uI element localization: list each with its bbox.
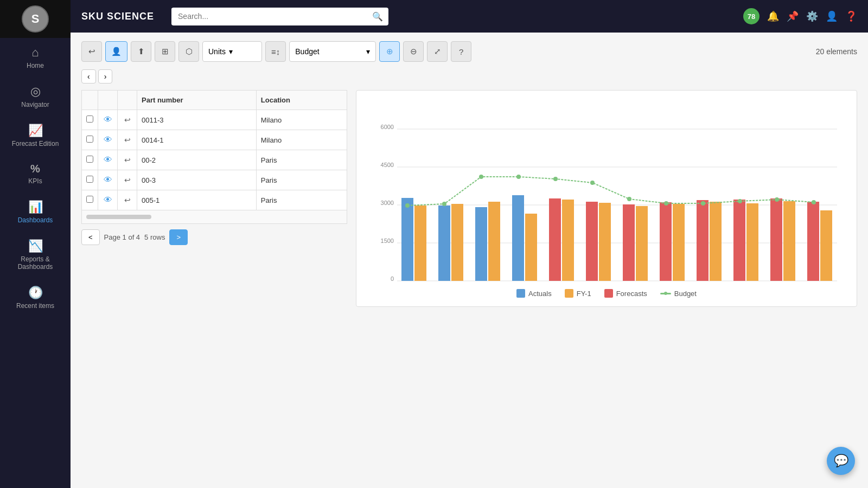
minus-btn[interactable]: ⊖ [403,41,424,62]
svg-rect-24 [660,202,672,281]
kpis-icon: % [30,163,40,175]
svg-text:6000: 6000 [381,124,394,130]
sidebar-item-kpis[interactable]: % KPIs [0,155,71,192]
page-prev-btn[interactable]: < [81,229,100,245]
budget-label: Budget [295,47,319,56]
upload-btn[interactable]: ⬆ [131,41,151,62]
svg-point-45 [812,200,816,204]
row-checkbox[interactable] [86,156,93,163]
svg-rect-29 [746,203,758,281]
legend-fy1-label: FY-1 [577,290,591,298]
units-label: Units [208,47,226,56]
topbar-right: 78 🔔 📌 ⚙️ 👤 ❓ [743,8,857,24]
row-eye-cell[interactable]: 👁 [98,130,118,150]
sort-btn[interactable]: ≡↕ [265,41,286,62]
svg-point-37 [516,175,521,179]
row-checkbox-cell[interactable] [82,110,98,130]
row-location: Paris [256,190,347,210]
help-icon[interactable]: ❓ [845,10,857,22]
dashboards-icon: 📊 [28,200,43,214]
sidebar-label-recent: Recent items [16,302,54,310]
row-eye-cell[interactable]: 👁 [98,170,118,190]
legend-forecasts-color [604,289,613,298]
row-checkbox-cell[interactable] [82,130,98,150]
row-checkbox[interactable] [86,176,93,183]
svg-rect-12 [438,206,450,281]
svg-rect-13 [451,204,463,281]
pin-icon[interactable]: 📌 [787,10,799,22]
user-icon[interactable]: 👤 [826,10,838,22]
row-eye-cell[interactable]: 👁 [98,110,118,130]
search-container: 🔍 [171,8,388,25]
row-undo-cell[interactable]: ↩ [118,150,137,170]
add-btn[interactable]: ⊕ [379,41,400,62]
row-checkbox-cell[interactable] [82,190,98,210]
sidebar-item-forecast[interactable]: 📈 Forecast Edition [0,116,71,155]
svg-point-44 [775,197,779,202]
nav-next-btn[interactable]: › [98,69,113,84]
chat-button[interactable]: 💬 [827,447,855,475]
reports-icon: 📉 [28,239,43,253]
svg-point-39 [590,181,595,185]
nav-prev-btn[interactable]: ‹ [81,69,96,84]
sidebar-item-home[interactable]: ⌂ Home [0,38,71,77]
row-checkbox[interactable] [86,136,93,143]
sidebar-item-dashboards[interactable]: 📊 Dashboards [0,192,71,232]
undo-button[interactable]: ↩ [124,115,131,124]
table-row: 👁 ↩ 00-3 Paris [82,170,347,190]
table-row: 👁 ↩ 00-2 Paris [82,150,347,170]
forecast-icon: 📈 [28,124,43,138]
budget-select[interactable]: Budget ▾ [289,41,376,62]
eye-button[interactable]: 👁 [104,115,112,125]
units-select[interactable]: Units ▾ [202,41,262,62]
row-undo-cell[interactable]: ↩ [118,170,137,190]
row-undo-cell[interactable]: ↩ [118,110,137,130]
svg-point-43 [738,199,742,203]
help2-btn[interactable]: ? [451,41,471,62]
legend-actuals: Actuals [516,289,552,298]
back-btn[interactable]: ↩ [81,41,102,62]
user-view-btn[interactable]: 👤 [105,41,127,62]
logo-container: S [0,0,71,38]
eye-button[interactable]: 👁 [104,175,112,185]
horizontal-scrollbar[interactable] [86,215,151,219]
col-check-header [82,91,98,110]
sidebar-item-navigator[interactable]: ◎ Navigator [0,77,71,116]
row-checkbox-cell[interactable] [82,170,98,190]
row-eye-cell[interactable]: 👁 [98,150,118,170]
chart-legend: Actuals FY-1 Forecasts Budget [365,289,848,298]
undo-button[interactable]: ↩ [124,196,131,204]
filter-btn[interactable]: ⬡ [178,41,199,62]
row-undo-cell[interactable]: ↩ [118,190,137,210]
svg-text:0: 0 [391,275,394,282]
row-undo-cell[interactable]: ↩ [118,130,137,150]
gear-icon[interactable]: ⚙️ [806,10,818,22]
share-btn[interactable]: ⤢ [427,41,448,62]
sidebar-item-reports[interactable]: 📉 Reports & Dashboards [0,232,71,278]
search-input[interactable] [171,8,367,24]
sidebar-item-recent[interactable]: 🕐 Recent items [0,278,71,317]
eye-button[interactable]: 👁 [104,135,112,145]
row-checkbox[interactable] [86,196,93,203]
search-button[interactable]: 🔍 [367,8,388,25]
hierarchy-btn[interactable]: ⊞ [155,41,175,62]
eye-button[interactable]: 👁 [104,155,112,165]
notification-badge[interactable]: 78 [743,8,760,24]
undo-button[interactable]: ↩ [124,136,131,144]
undo-button[interactable]: ↩ [124,156,131,164]
page-next-btn[interactable]: > [169,229,188,245]
legend-forecasts: Forecasts [604,289,647,298]
bell-icon[interactable]: 🔔 [767,10,779,22]
row-eye-cell[interactable]: 👁 [98,190,118,210]
page-info: Page 1 of 4 [104,233,141,241]
row-checkbox-cell[interactable] [82,150,98,170]
row-checkbox[interactable] [86,115,93,123]
legend-actuals-label: Actuals [528,290,552,298]
svg-rect-11 [414,206,426,281]
logo-icon: S [22,5,49,33]
eye-button[interactable]: 👁 [104,195,112,205]
undo-button[interactable]: ↩ [124,176,131,184]
svg-rect-23 [636,206,648,281]
data-table: Part number Location 👁 ↩ 0011-3 Milano 👁… [81,90,347,210]
svg-rect-10 [401,198,413,281]
